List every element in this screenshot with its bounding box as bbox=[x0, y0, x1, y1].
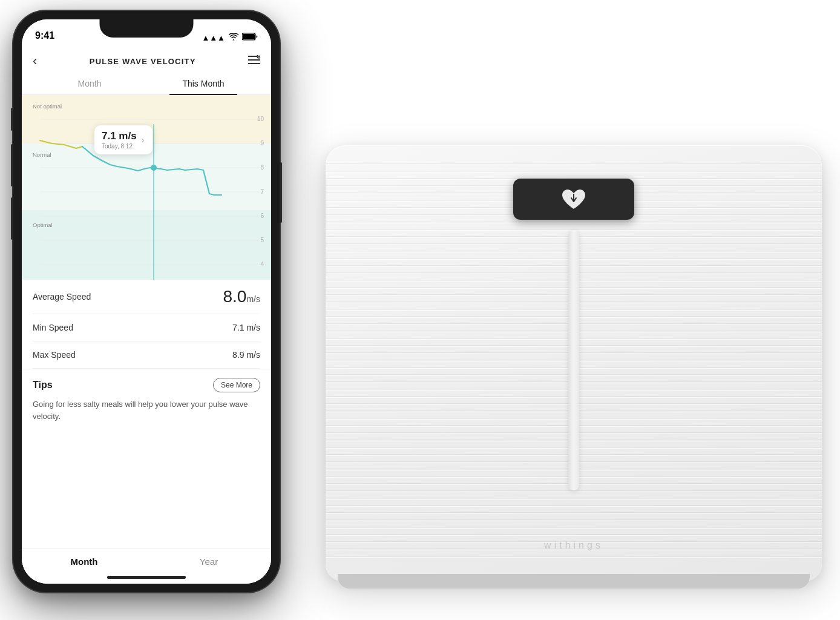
volume-down-button bbox=[11, 197, 13, 240]
stat-label-min: Min Speed bbox=[33, 323, 73, 332]
svg-rect-1 bbox=[243, 34, 255, 39]
chart-tooltip: 7.1 m/s Today, 8:12 › bbox=[94, 125, 153, 154]
see-more-button[interactable]: See More bbox=[213, 378, 260, 392]
stat-row-min: Min Speed 7.1 m/s bbox=[33, 314, 260, 341]
volume-up-button bbox=[11, 144, 13, 186]
battery-icon bbox=[242, 33, 258, 42]
phone-screen: 9:41 ▲▲▲ bbox=[22, 19, 271, 584]
tooltip-arrow-icon: › bbox=[142, 135, 145, 145]
svg-text:7: 7 bbox=[260, 188, 264, 195]
page-title: PULSE WAVE VELOCITY bbox=[90, 57, 196, 66]
phone-notch bbox=[100, 19, 194, 38]
svg-text:5: 5 bbox=[260, 237, 264, 243]
scale-device: // Generate ridges via JS since we can't… bbox=[326, 36, 822, 581]
tooltip-value: 7.1 m/s bbox=[102, 130, 137, 142]
back-button[interactable]: ‹ bbox=[33, 53, 37, 69]
power-button bbox=[280, 162, 282, 223]
bottom-tab-year[interactable]: Year bbox=[146, 556, 271, 567]
tips-title: Tips bbox=[33, 380, 53, 391]
mute-button bbox=[11, 108, 13, 131]
tab-month[interactable]: Month bbox=[33, 74, 146, 94]
svg-text:10: 10 bbox=[257, 116, 264, 122]
svg-text:9: 9 bbox=[260, 140, 264, 147]
phone-device: 9:41 ▲▲▲ bbox=[13, 11, 290, 604]
home-indicator bbox=[107, 576, 186, 579]
svg-text:8: 8 bbox=[260, 164, 264, 171]
scale-body: // Generate ridges via JS since we can't… bbox=[326, 145, 822, 581]
wifi-icon bbox=[229, 33, 238, 42]
tips-header: Tips See More bbox=[33, 378, 260, 392]
bottom-tab-month[interactable]: Month bbox=[22, 556, 146, 567]
svg-point-6 bbox=[258, 55, 260, 57]
phone-body: 9:41 ▲▲▲ bbox=[13, 11, 280, 592]
svg-text:4: 4 bbox=[260, 261, 264, 268]
stat-value-max: 8.9 m/s bbox=[232, 350, 260, 360]
stat-row-max: Max Speed 8.9 m/s bbox=[33, 341, 260, 369]
stats-section: Average Speed 8.0m/s Min Speed 7.1 m/s M… bbox=[22, 280, 271, 369]
svg-text:Optimal: Optimal bbox=[33, 222, 53, 228]
tips-section: Tips See More Going for less salty meals… bbox=[22, 369, 271, 430]
scale-handle bbox=[568, 230, 579, 490]
svg-point-28 bbox=[151, 165, 157, 171]
tab-bar: Month This Month bbox=[22, 74, 271, 95]
svg-text:Not optimal: Not optimal bbox=[33, 103, 62, 110]
stat-value-min: 7.1 m/s bbox=[232, 323, 260, 332]
signal-icon: ▲▲▲ bbox=[202, 33, 225, 42]
nav-header: ‹ PULSE WAVE VELOCITY bbox=[22, 46, 271, 74]
tooltip-sub: Today, 8:12 bbox=[102, 143, 137, 150]
svg-text:6: 6 bbox=[260, 213, 264, 219]
status-time: 9:41 bbox=[35, 30, 54, 42]
stat-label-max: Max Speed bbox=[33, 350, 76, 360]
svg-text:Normal: Normal bbox=[33, 151, 51, 158]
stat-row-average: Average Speed 8.0m/s bbox=[33, 280, 260, 314]
tips-text: Going for less salty meals will help you… bbox=[33, 398, 260, 422]
menu-button[interactable] bbox=[248, 55, 260, 68]
app-content: ‹ PULSE WAVE VELOCITY bbox=[22, 46, 271, 584]
brand-label: withings bbox=[544, 540, 603, 551]
heart-icon bbox=[560, 187, 588, 211]
tab-this-month[interactable]: This Month bbox=[146, 74, 260, 94]
chart-svg: 10 9 8 7 6 5 4 Not optimal Normal Optima… bbox=[22, 95, 271, 280]
status-icons: ▲▲▲ bbox=[202, 33, 258, 42]
stat-label-average: Average Speed bbox=[33, 292, 91, 302]
scale-display bbox=[513, 179, 634, 220]
stat-value-average: 8.0m/s bbox=[223, 288, 261, 305]
svg-rect-9 bbox=[22, 210, 271, 280]
scale-bottom-edge bbox=[338, 574, 810, 589]
chart-area: 10 9 8 7 6 5 4 Not optimal Normal Optima… bbox=[22, 95, 271, 280]
